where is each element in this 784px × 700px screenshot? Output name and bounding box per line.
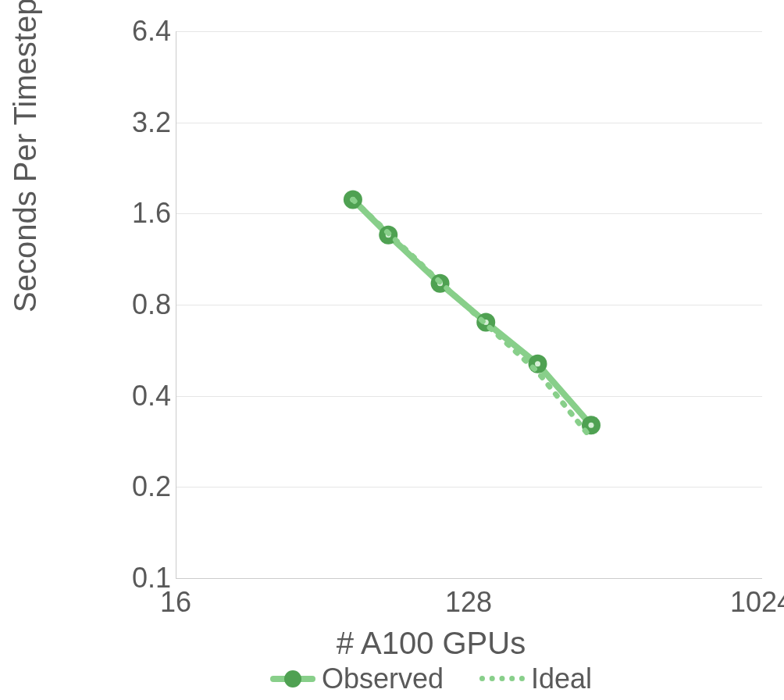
legend-item-observed: Observed — [270, 662, 444, 695]
data-point-inner — [588, 423, 593, 428]
legend-swatch-ideal — [479, 676, 525, 688]
series-ideal — [353, 199, 591, 438]
y-tick-label: 0.4 — [101, 380, 171, 412]
x-tick-label: 16 — [160, 586, 191, 619]
x-tick-label: 1024 — [730, 586, 784, 619]
chart-legend: Observed Ideal — [0, 659, 784, 695]
y-tick-label: 1.6 — [101, 197, 171, 230]
data-point-inner — [535, 361, 540, 366]
chart-lines-svg — [176, 31, 762, 578]
chart-container: Seconds Per Timestep 6.4 3.2 1.6 0.8 0.4… — [0, 0, 784, 700]
legend-label-ideal: Ideal — [531, 662, 592, 695]
y-tick-label: 6.4 — [101, 15, 171, 48]
legend-swatch-observed — [270, 673, 315, 684]
plot-area — [176, 31, 762, 579]
y-tick-label: 0.8 — [101, 288, 171, 321]
y-tick-label: 0.2 — [101, 470, 171, 503]
y-tick-label: 3.2 — [101, 106, 171, 139]
y-axis-label: Seconds Per Timestep — [8, 0, 43, 312]
legend-item-ideal: Ideal — [479, 662, 592, 695]
legend-label-observed: Observed — [322, 662, 444, 695]
x-tick-label: 128 — [445, 586, 492, 619]
x-axis-label: # A100 GPUs — [0, 626, 784, 661]
